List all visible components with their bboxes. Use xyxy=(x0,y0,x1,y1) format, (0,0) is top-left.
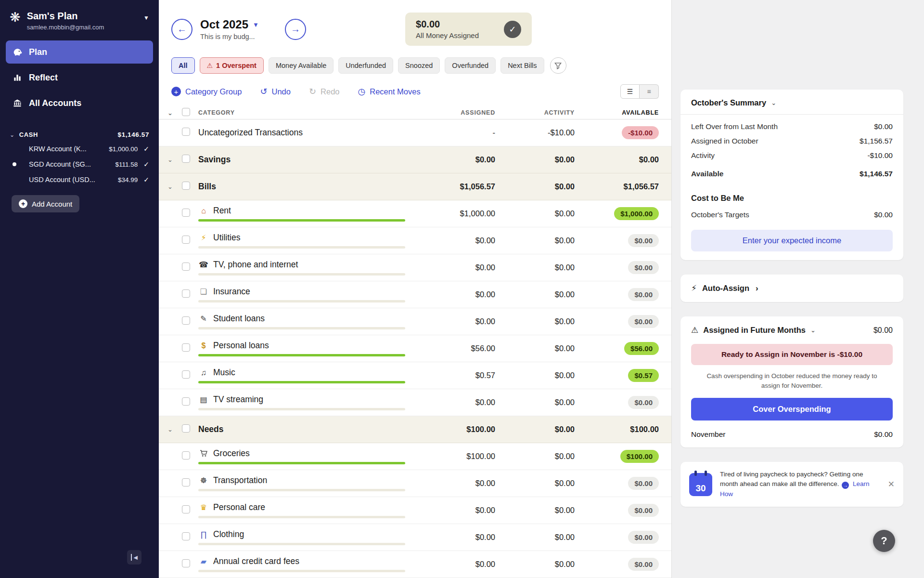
expanded-view-button[interactable]: ☰ xyxy=(620,84,640,99)
category-row[interactable]: ♛Personal care$0.00$0.00$0.00 xyxy=(159,497,671,524)
month-selector[interactable]: Oct 2025 ▼ This is my budg... xyxy=(200,18,277,40)
prev-month-button[interactable]: ← xyxy=(171,19,192,40)
redo-button[interactable]: ↻ Redo xyxy=(309,86,340,97)
category-row[interactable]: ⚡Utilities$0.00$0.00$0.00 xyxy=(159,227,671,254)
assigned-value[interactable]: $0.57 xyxy=(418,371,495,380)
assigned-value[interactable]: $0.00 xyxy=(418,317,495,326)
row-checkbox[interactable] xyxy=(182,478,190,486)
row-checkbox[interactable] xyxy=(182,451,190,460)
cover-overspending-button[interactable]: Cover Overspending xyxy=(691,398,893,420)
select-all-checkbox[interactable] xyxy=(182,108,190,116)
recent-moves-button[interactable]: ◷ Recent Moves xyxy=(358,86,421,97)
help-button[interactable]: ? xyxy=(873,530,895,552)
category-row[interactable]: ▰Annual credit card fees$0.00$0.00$0.00 xyxy=(159,551,671,578)
filter-button[interactable] xyxy=(550,57,566,74)
available-pill[interactable]: $100.00 xyxy=(620,450,659,463)
assigned-value[interactable]: $0.00 xyxy=(418,290,495,299)
filter-1-overspent[interactable]: ⚠1 Overspent xyxy=(200,57,264,74)
assigned-value[interactable]: $1,000.00 xyxy=(418,209,495,218)
category-name[interactable]: Uncategorized Transactions xyxy=(198,128,303,138)
row-checkbox[interactable] xyxy=(182,532,190,540)
assigned-value[interactable]: $0.00 xyxy=(418,398,495,407)
category-row[interactable]: ☸Transportation$0.00$0.00$0.00 xyxy=(159,470,671,497)
category-name[interactable]: Clothing xyxy=(213,529,244,539)
row-checkbox[interactable] xyxy=(182,209,190,217)
filter-snoozed[interactable]: Snoozed xyxy=(398,57,440,74)
auto-assign-card[interactable]: ⚡ Auto-Assign › xyxy=(680,275,903,302)
category-name[interactable]: Annual credit card fees xyxy=(213,556,299,566)
available-pill[interactable]: -$10.00 xyxy=(622,126,659,139)
row-checkbox[interactable] xyxy=(182,155,190,163)
category-row[interactable]: ∏Clothing$0.00$0.00$0.00 xyxy=(159,524,671,551)
category-name[interactable]: Transportation xyxy=(213,475,267,486)
filter-overfunded[interactable]: Overfunded xyxy=(445,57,496,74)
category-row[interactable]: $Personal loans$56.00$0.00$56.00 xyxy=(159,335,671,362)
sidebar-item-reflect[interactable]: Reflect xyxy=(6,66,153,89)
row-checkbox[interactable] xyxy=(182,182,190,190)
account-item[interactable]: USD Account (USD...$34.99✓ xyxy=(0,172,159,187)
row-checkbox[interactable] xyxy=(182,343,190,352)
assigned-value[interactable]: $0.00 xyxy=(418,155,495,164)
available-pill[interactable]: $0.57 xyxy=(628,369,659,382)
group-row[interactable]: ⌄Needs$100.00$0.00$100.00 xyxy=(159,416,671,443)
category-row[interactable]: ▤TV streaming$0.00$0.00$0.00 xyxy=(159,389,671,416)
category-name[interactable]: Music xyxy=(213,368,235,378)
close-icon[interactable]: ✕ xyxy=(888,479,895,489)
filter-money-available[interactable]: Money Available xyxy=(269,57,334,74)
row-checkbox[interactable] xyxy=(182,505,190,513)
compact-view-button[interactable]: ≡ xyxy=(640,84,659,99)
category-row[interactable]: ❏Insurance$0.00$0.00$0.00 xyxy=(159,281,671,308)
next-month-button[interactable]: → xyxy=(285,19,306,40)
filter-next-bills[interactable]: Next Bills xyxy=(500,57,544,74)
collapse-sidebar-button[interactable]: ◀ xyxy=(127,550,141,565)
category-name[interactable]: Rent xyxy=(213,206,231,216)
available-pill[interactable]: $0.00 xyxy=(628,288,659,301)
collapse-all-icon[interactable]: ⌄ xyxy=(167,109,182,117)
plan-switcher[interactable]: ❋ Sam's Plan samlee.mobbin@gmail.com ▼ xyxy=(0,0,159,40)
assigned-value[interactable]: $0.00 xyxy=(418,533,495,542)
category-row[interactable]: ⌂Rent$1,000.00$0.00$1,000.00 xyxy=(159,200,671,227)
undo-button[interactable]: ↺ Undo xyxy=(260,86,291,97)
account-name[interactable]: USD Account (USD... xyxy=(29,176,114,184)
sidebar-item-plan[interactable]: Plan xyxy=(6,40,153,64)
category-row[interactable]: ✎Student loans$0.00$0.00$0.00 xyxy=(159,308,671,335)
available-pill[interactable]: $56.00 xyxy=(624,342,659,355)
assigned-value[interactable]: $0.00 xyxy=(418,263,495,272)
row-checkbox[interactable] xyxy=(182,128,190,136)
assigned-value[interactable]: $0.00 xyxy=(418,479,495,488)
chevron-down-icon[interactable]: ⌄ xyxy=(167,426,182,433)
filter-underfunded[interactable]: Underfunded xyxy=(338,57,393,74)
available-pill[interactable]: $0.00 xyxy=(628,261,659,274)
category-row[interactable]: Groceries$100.00$0.00$100.00 xyxy=(159,443,671,470)
chevron-down-icon[interactable]: ▼ xyxy=(143,14,149,21)
chevron-down-icon[interactable]: ⌄ xyxy=(167,183,182,190)
category-name[interactable]: Utilities xyxy=(213,233,240,243)
account-name[interactable]: KRW Account (K... xyxy=(29,145,105,153)
add-account-button[interactable]: + Add Account xyxy=(12,195,79,212)
account-item[interactable]: KRW Account (K...$1,000.00✓ xyxy=(0,141,159,157)
available-pill[interactable]: $0.00 xyxy=(628,396,659,409)
sidebar-item-all-accounts[interactable]: All Accounts xyxy=(6,92,153,115)
available-pill[interactable]: $0.00 xyxy=(628,531,659,544)
assigned-value[interactable]: $100.00 xyxy=(418,452,495,461)
available-pill[interactable]: $1,000.00 xyxy=(614,207,659,220)
category-name[interactable]: Student loans xyxy=(213,314,265,324)
available-pill[interactable]: $0.00 xyxy=(628,477,659,490)
category-name[interactable]: Personal care xyxy=(213,502,265,512)
assigned-value[interactable]: - xyxy=(418,128,495,137)
account-name[interactable]: SGD Account (SG... xyxy=(29,160,111,168)
category-name[interactable]: Insurance xyxy=(213,287,250,297)
row-checkbox[interactable] xyxy=(182,236,190,244)
assigned-value[interactable]: $100.00 xyxy=(418,425,495,434)
category-name[interactable]: TV streaming xyxy=(213,394,263,405)
add-category-group-button[interactable]: + Category Group xyxy=(171,87,242,96)
category-name[interactable]: Savings xyxy=(198,155,231,165)
category-row[interactable]: Uncategorized Transactions--$10.00-$10.0… xyxy=(159,119,671,146)
group-row[interactable]: ⌄Savings$0.00$0.00$0.00 xyxy=(159,146,671,173)
assigned-value[interactable]: $0.00 xyxy=(418,506,495,515)
row-checkbox[interactable] xyxy=(182,424,190,433)
row-checkbox[interactable] xyxy=(182,559,190,567)
available-pill[interactable]: $0.00 xyxy=(628,315,659,328)
row-checkbox[interactable] xyxy=(182,263,190,271)
category-row[interactable]: ♫Music$0.57$0.00$0.57 xyxy=(159,362,671,389)
